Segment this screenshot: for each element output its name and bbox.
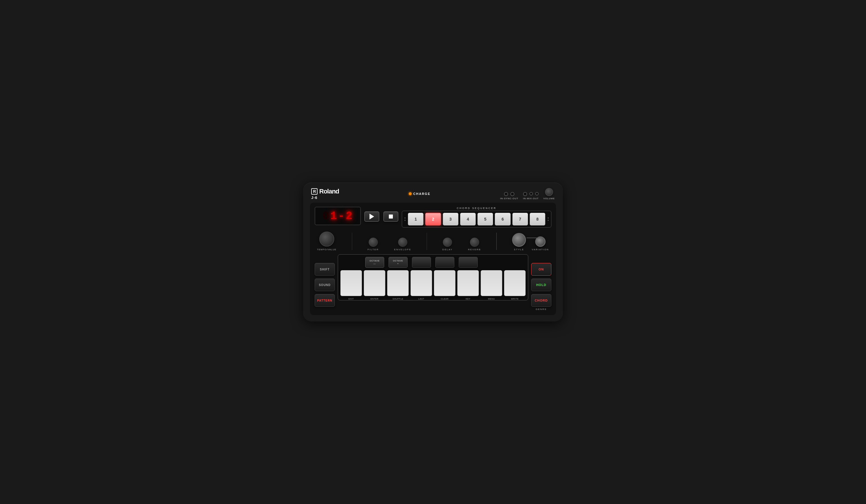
digit-dim-1: 0 (322, 210, 330, 222)
headphone-jack (535, 192, 539, 195)
pattern-button[interactable]: PATTERN (315, 294, 335, 307)
on-button[interactable]: ON (531, 263, 551, 276)
volume-label: VOLUME (543, 197, 555, 200)
seq-dot-r2 (547, 220, 549, 221)
tempo-knob[interactable] (319, 231, 334, 247)
seq-dot-r1 (547, 217, 549, 219)
white-key-col-3 (387, 270, 409, 296)
shift-button[interactable]: SHIFT (315, 263, 335, 276)
brand-section: R Roland J-6 (311, 188, 339, 200)
divider-1 (352, 233, 353, 250)
style-variation-section: STYLE VARIATION (512, 233, 549, 251)
white-key-col-6 (457, 270, 479, 296)
octave-minus-button[interactable]: OCTAVE— (365, 257, 384, 268)
play-button[interactable] (364, 211, 379, 222)
genre-label: GENRE (536, 308, 547, 310)
main-panel: 0 1 - 2 CHORD SEQUENCER (310, 203, 556, 315)
key-col-4 (410, 257, 432, 269)
shuffle-key[interactable] (387, 270, 409, 296)
menu-key[interactable] (481, 270, 502, 296)
delay-label: DELAY (442, 248, 453, 251)
mix-jack-1 (523, 192, 527, 196)
filter-knob[interactable] (369, 238, 378, 247)
chord-button[interactable]: CHORD (531, 294, 551, 307)
roland-logo: R Roland (311, 188, 339, 195)
exit-key[interactable] (340, 270, 362, 296)
seq-btn-3[interactable]: 3 (443, 213, 458, 226)
envelope-group: ENVELOPE (394, 238, 411, 251)
hold-button[interactable]: HOLD (531, 278, 551, 291)
envelope-knob[interactable] (398, 238, 407, 247)
white-key-col-5 (434, 270, 456, 296)
write-key[interactable] (504, 270, 526, 296)
enter-key[interactable] (364, 270, 385, 296)
keys-section: OCTAVE— OCTAVE+ (338, 254, 528, 300)
white-keys-row (340, 270, 526, 296)
reverb-label: REVERB (468, 248, 481, 251)
reverb-knob[interactable] (470, 238, 479, 247)
key-labels-row: EXIT ENTER SHUFFLE LAST CLEAR KEY MENU W… (340, 298, 526, 300)
divider-2 (427, 233, 427, 250)
digit-dash: - (338, 210, 345, 222)
charge-section: CHARGE (409, 192, 431, 195)
right-buttons: ON HOLD CHORD GENRE (531, 254, 551, 310)
key-key[interactable] (457, 270, 479, 296)
seq-btn-8[interactable]: 8 (530, 213, 545, 226)
white-key-col-8 (504, 270, 526, 296)
seq-btn-5[interactable]: 5 (477, 213, 493, 226)
clear-key[interactable] (434, 270, 456, 296)
roland-j6-device: R Roland J-6 CHARGE IN-SYNC-OUT (303, 183, 563, 321)
sync-label: IN-SYNC-OUT (500, 197, 518, 200)
seq-dots-left (404, 217, 406, 221)
key-label: KEY (457, 298, 479, 300)
style-knob[interactable] (512, 233, 526, 247)
last-key[interactable] (410, 270, 432, 296)
stop-button[interactable] (384, 211, 398, 222)
seq-dots-right (547, 217, 549, 221)
display-area: 0 1 - 2 (315, 207, 361, 225)
black-pad-5[interactable] (435, 257, 454, 268)
keys-outer-border: OCTAVE— OCTAVE+ (338, 254, 528, 300)
seq-btn-6[interactable]: 6 (495, 213, 510, 226)
white-key-col-7 (481, 270, 502, 296)
seq-btn-7[interactable]: 7 (512, 213, 528, 226)
white-key-col-4 (410, 270, 432, 296)
chord-sequencer-label: CHORD SEQUENCER (402, 207, 551, 210)
roland-r-icon: R (311, 188, 318, 195)
digit-2: 2 (346, 210, 353, 222)
filter-label: FILTER (367, 248, 379, 251)
black-pad-6[interactable] (459, 257, 478, 268)
left-buttons: SHIFT SOUND PATTERN (315, 254, 335, 307)
sync-connector-group: IN-SYNC-OUT (500, 192, 518, 200)
seq-dot-2 (404, 220, 406, 221)
clear-label: CLEAR (434, 298, 456, 300)
tempo-section: TEMPO/VALUE (317, 231, 336, 251)
seq-btn-2[interactable]: 2 (425, 213, 441, 226)
knobs-section: TEMPO/VALUE FILTER ENVELOPE DELAY REVERB (315, 231, 551, 251)
style-label: STYLE (514, 248, 524, 251)
exit-label: EXIT (340, 298, 362, 300)
divider-3 (496, 233, 497, 250)
sync-jack-1 (504, 192, 508, 196)
brand-name: Roland (319, 188, 339, 195)
play-icon (369, 214, 374, 219)
white-key-col-2 (364, 270, 385, 296)
black-key-7-empty (482, 257, 501, 268)
sound-button[interactable]: SOUND (315, 278, 335, 291)
delay-group: DELAY (442, 238, 453, 251)
white-key-col-1 (340, 270, 362, 296)
charge-label: CHARGE (413, 192, 431, 195)
chord-sequencer: CHORD SEQUENCER 1 2 3 4 5 6 7 8 (402, 207, 551, 228)
delay-knob[interactable] (443, 238, 452, 247)
volume-knob[interactable] (545, 188, 553, 196)
seq-btn-1[interactable]: 1 (408, 213, 423, 226)
variation-group: VARIATION (532, 237, 549, 251)
seq-btn-4[interactable]: 4 (460, 213, 476, 226)
octave-plus-button[interactable]: OCTAVE+ (389, 257, 408, 268)
exit-black-key (342, 257, 361, 268)
black-keys-row: OCTAVE— OCTAVE+ (340, 257, 526, 269)
black-pad-4[interactable] (412, 257, 431, 268)
key-col-1 (340, 257, 362, 269)
key-col-6 (457, 257, 479, 269)
write-label: WRITE (504, 298, 526, 300)
